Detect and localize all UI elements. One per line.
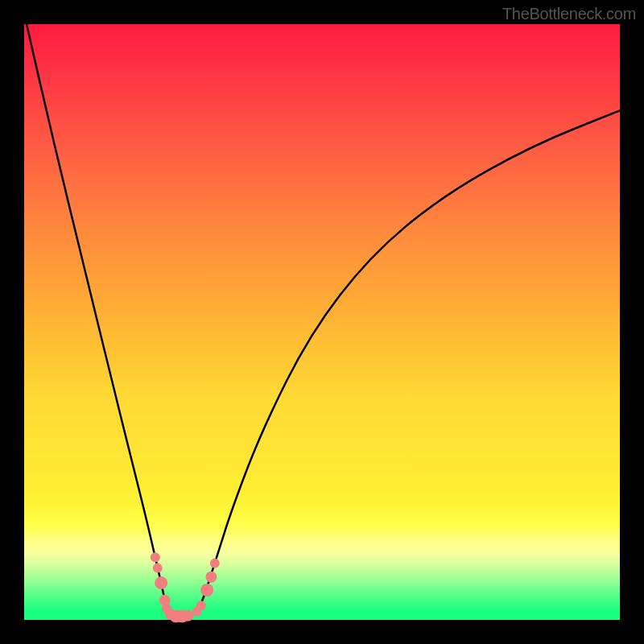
curve-layer <box>24 24 620 620</box>
watermark-text: TheBottleneck.com <box>502 5 636 23</box>
bottleneck-curve <box>27 24 620 617</box>
data-marker <box>183 610 194 621</box>
data-marker <box>151 552 160 562</box>
data-marker <box>205 572 217 583</box>
data-marker <box>153 564 163 573</box>
data-marker <box>196 601 206 610</box>
data-marker <box>210 559 220 568</box>
plot-area <box>24 24 620 620</box>
data-marker <box>200 584 213 597</box>
data-marker <box>155 576 167 589</box>
data-markers <box>151 552 220 622</box>
